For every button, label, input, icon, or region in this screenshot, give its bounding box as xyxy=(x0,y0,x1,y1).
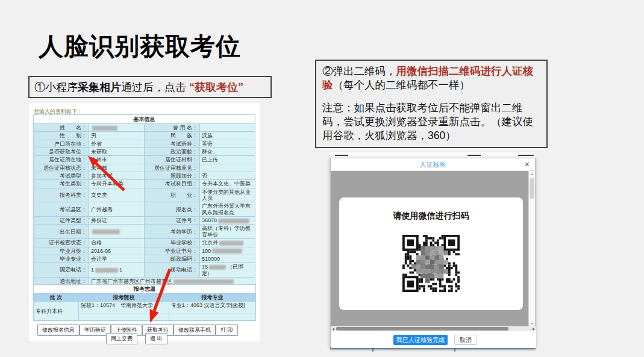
field-label: 报名点： xyxy=(145,202,200,217)
field-value: 510000 xyxy=(200,255,255,262)
field-label: 移动电话： xyxy=(145,263,200,278)
scroll-left-icon[interactable]: ◀ xyxy=(332,326,334,331)
basic-info-table: 基本信息 姓 名：曾 用 名：性 别：男民 族：汉族户口所在地：外省考试语种：英… xyxy=(33,114,255,294)
field-value: 已上传 xyxy=(200,156,255,164)
field-value: 36078 xyxy=(200,217,255,225)
field-label: 考试科目组： xyxy=(145,180,200,188)
field-value: 汉族 xyxy=(200,132,255,140)
redacted-value xyxy=(212,249,242,253)
dialog-title: 人证核验 xyxy=(331,158,535,171)
close-icon[interactable]: × xyxy=(525,158,530,171)
basic-info-row: 姓 名：曾 用 名： xyxy=(34,124,255,132)
field-value: 11 xyxy=(89,263,145,278)
field-value: 否 xyxy=(200,172,255,180)
field-value: 专升本文史、中医类 xyxy=(200,180,255,188)
field-label: 照顾加分： xyxy=(145,172,200,180)
field-label: 居住证审核意见： xyxy=(145,164,200,172)
redacted-value xyxy=(174,279,234,284)
field-label: 证件类型： xyxy=(34,217,89,225)
basic-info-row: 毕业专业：会计学邮政编码：510000 xyxy=(34,255,255,262)
vertical-scrollbar[interactable]: ▲ ▼ xyxy=(528,171,535,326)
basic-info-row: 证件类型：身份证证件号：36078 xyxy=(34,217,255,225)
redacted-value xyxy=(209,265,226,270)
vertical-scroll-thumb[interactable] xyxy=(530,178,534,199)
form-screenshot-panel: 您输入的资料如下： 基本信息 姓 名：曾 用 名：性 别：男民 族：汉族户口所在… xyxy=(29,103,260,341)
field-value: 合格 xyxy=(89,239,145,247)
volunteer-table: 报考志愿 批 次 报考院校 报考专业 专科升本科 院校1：10574 华南师范大… xyxy=(33,284,256,321)
redacted-value xyxy=(219,241,243,246)
volunteer-header-major: 报考专业 xyxy=(169,294,256,302)
dialog-footer: 我已人证核验完成 取消 xyxy=(331,331,536,348)
field-label: 考试类型： xyxy=(34,172,89,180)
scroll-right-icon[interactable]: ▶ xyxy=(533,326,535,331)
form-action-button[interactable]: 修改联系手机 xyxy=(174,324,216,336)
basic-info-row: 考试类型：参加考试照顾加分：否 xyxy=(34,172,255,180)
field-label: 考试语种： xyxy=(145,140,200,147)
field-value: 不便分类的其他从业人员 xyxy=(200,188,255,202)
cancel-button[interactable]: 取消 xyxy=(454,335,477,345)
field-value: 北京外 xyxy=(200,239,255,247)
step2-note: 注意：如果点击获取考位后不能弹窗出二维码，尝试更换浏览器登录重新点击。（建议使用… xyxy=(322,101,540,143)
field-value: 广州越秀 xyxy=(89,202,145,217)
instruction-step-2: ②弹出二维码，用微信扫描二维码进行人证核验（每个人的二维码都不一样） 注意：如果… xyxy=(315,60,548,148)
field-label: 居住证审核状态： xyxy=(34,164,89,172)
volunteer-college: 院校1：10574 华南师范大学 xyxy=(79,302,169,314)
form-action-button[interactable]: 网上交费 xyxy=(106,333,137,344)
step1-highlight: “获取考位” xyxy=(189,81,243,93)
volunteer-header-batch: 批 次 xyxy=(34,294,79,302)
horizontal-scroll-thumb[interactable] xyxy=(336,327,508,331)
field-value: 100 xyxy=(200,247,255,255)
field-label: 曾 用 名： xyxy=(145,124,200,132)
basic-info-row: 证书检查状态：合格毕业学校：北京外 xyxy=(34,239,255,247)
field-label: 户口所在地： xyxy=(34,140,89,147)
basic-info-row: 是否获取考位：未获取政治面貌：群众 xyxy=(34,148,255,156)
field-value: 会计学 xyxy=(89,255,145,262)
field-label: 是否获取考位： xyxy=(34,148,89,156)
field-value: 文史类 xyxy=(89,188,145,202)
volunteer-major: 专业1：4063 汉语言文学[函授] xyxy=(169,302,256,314)
basic-info-row: 固定电话：11移动电话：15（已绑定） xyxy=(34,263,255,278)
basic-info-row: 出生日期：考前学历：高职（专科）学历教育毕业 xyxy=(34,225,255,239)
step2-text: ②弹出二维码，用微信扫描二维码进行人证核验（每个人的二维码都不一样） xyxy=(322,64,540,92)
field-label: 证书检查状态： xyxy=(34,239,89,247)
field-label: 毕业学校： xyxy=(145,239,200,247)
field-label: 毕业月份： xyxy=(34,247,89,255)
field-value: 高职（专科）学历教育毕业 xyxy=(200,225,255,239)
field-value: 2016-06 xyxy=(89,247,145,255)
field-value: 英语 xyxy=(200,140,255,147)
volunteer-batch: 专科升本科 xyxy=(34,302,79,321)
redacted-value xyxy=(95,268,118,273)
scan-instruction: 请使用微信进行扫码 xyxy=(339,211,523,222)
volunteer-header-college: 报考院校 xyxy=(79,294,169,302)
field-label: 性 别： xyxy=(34,132,89,140)
field-label: 固定电话： xyxy=(34,263,89,278)
redacted-value xyxy=(218,219,249,223)
form-action-button[interactable]: 修改报名信息 xyxy=(37,324,80,336)
field-value: 广州市 xyxy=(89,156,145,164)
step1-text: ①小程序采集相片通过后，点击 “获取考位” xyxy=(34,80,243,95)
field-label: 居住证材料： xyxy=(145,156,200,164)
field-value: 专科升本科类 xyxy=(89,180,145,188)
volunteer-title: 报考志愿 xyxy=(34,285,256,294)
field-label: 考生类别： xyxy=(34,180,89,188)
scroll-down-icon[interactable]: ▼ xyxy=(529,321,535,325)
underlying-page-sliver-top xyxy=(330,152,536,158)
field-label: 民 族： xyxy=(145,132,200,140)
volunteer-empty-cell xyxy=(169,314,256,321)
field-value: 身份证 xyxy=(89,217,145,225)
form-action-button[interactable]: 打 印 xyxy=(216,324,238,336)
field-value: 广东外语外贸大学东风东路报名点 xyxy=(200,202,255,217)
scroll-up-icon[interactable]: ▲ xyxy=(529,172,535,176)
verification-complete-button[interactable]: 我已人证核验完成 xyxy=(393,335,448,345)
form-actions-row-2: 网上交费退 出 xyxy=(106,333,167,344)
horizontal-scrollbar[interactable]: ◀ ▶ xyxy=(331,326,536,331)
basic-info-row: 考试县区：广州越秀报名点：广东外语外贸大学东风东路报名点 xyxy=(34,202,255,217)
field-label: 职 业： xyxy=(145,188,200,202)
redacted-value xyxy=(92,229,120,234)
field-label: 政治面貌： xyxy=(145,148,200,156)
field-label: 居住证所在地： xyxy=(34,156,89,164)
dialog-titlebar: 人证核验 × xyxy=(331,158,535,171)
form-action-button[interactable]: 退 出 xyxy=(145,333,167,344)
field-label: 考试县区： xyxy=(34,202,89,217)
field-label: 考前学历： xyxy=(145,225,200,239)
